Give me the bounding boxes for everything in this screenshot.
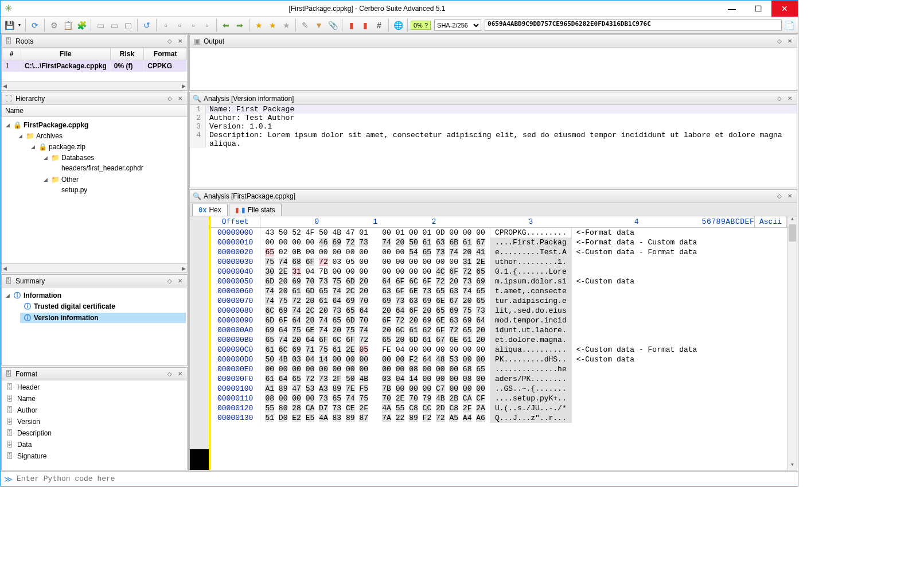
maximize-button[interactable]: ☐ <box>745 1 771 17</box>
windows-icon[interactable]: ▭ <box>108 19 120 32</box>
database-icon: 🗄 <box>5 429 14 438</box>
window-icon[interactable]: ▭ <box>94 19 107 32</box>
copy-icon[interactable]: 📋 <box>61 19 74 32</box>
hash-value[interactable]: 0659A4ABD9C9DD757CE965D6282E0FD4316DB1C9… <box>485 20 782 31</box>
format-list: 🗄Header🗄Name🗄Author🗄Version🗄Description🗄… <box>2 380 187 470</box>
python-input[interactable] <box>17 474 794 483</box>
table-row[interactable]: 1 C:\...\FirstPackage.cppkg 0% (f) CPPKG <box>2 60 187 72</box>
list-item[interactable]: 🗄Description <box>3 427 186 439</box>
list-item[interactable]: 🗄Header <box>3 382 186 393</box>
plugin-icon[interactable]: 🧩 <box>75 19 88 32</box>
globe-icon[interactable]: 🌐 <box>392 19 404 32</box>
save-dropdown-icon[interactable]: ▾ <box>17 19 22 32</box>
tree-databases[interactable]: ◢📁Databases <box>41 153 186 163</box>
list-item[interactable]: 🗄Data <box>3 439 186 450</box>
panel-float-icon[interactable]: ◇ <box>165 370 174 378</box>
folder-icon: 📁 <box>50 153 60 162</box>
summary-trusted[interactable]: ⓘTrusted digital certificate <box>20 301 186 312</box>
hex-view: Offset0123456789ABCDEFAscii0000000043 50… <box>190 216 797 470</box>
output-title: Output <box>204 37 774 45</box>
vscroll[interactable]: ▲ ▼ <box>787 216 797 470</box>
panel-float-icon[interactable]: ◇ <box>165 37 174 45</box>
btn-c-icon[interactable]: ▫ <box>187 19 200 32</box>
hierarchy-icon: ⛶ <box>4 94 13 103</box>
close-button[interactable]: ✕ <box>771 1 798 17</box>
hash-icon[interactable]: # <box>373 19 385 32</box>
roots-panel: 🗄 Roots ◇ ✕ # File Risk Format <box>1 34 188 91</box>
btn-d-icon[interactable]: ▫ <box>201 19 213 32</box>
tree-other[interactable]: ◢📁Other <box>41 174 186 185</box>
analysis-version-panel: 🔍 Analysis [Version information] ◇ ✕ 1Na… <box>189 92 797 188</box>
tree-header-file[interactable]: headers/first_header.cphdr <box>60 164 186 173</box>
lock-icon: 🔒 <box>38 142 47 151</box>
progress-badge[interactable]: 0% ? <box>411 21 431 30</box>
right-column: ▣ Output ◇ ✕ 🔍 Analysis [Version informa… <box>189 34 798 471</box>
copy-hash-icon[interactable]: 📄 <box>783 19 796 32</box>
back-icon[interactable]: ⬅ <box>220 19 232 32</box>
tree-root[interactable]: ◢🔒FirstPackage.cppkg <box>3 120 186 130</box>
panel-close-icon[interactable]: ✕ <box>176 277 185 285</box>
forward-icon[interactable]: ➡ <box>233 19 246 32</box>
minimize-button[interactable]: — <box>719 1 745 17</box>
restore-icon[interactable]: ↺ <box>141 19 153 32</box>
app-icon: ✳ <box>1 1 15 17</box>
hash-algo-select[interactable]: SHA-2/256 <box>434 20 481 31</box>
database-icon: 🗄 <box>5 417 14 426</box>
tree-archives[interactable]: ◢📁Archives <box>15 131 186 141</box>
panel-close-icon[interactable]: ✕ <box>176 95 185 103</box>
tree-package[interactable]: ◢🔒package.zip <box>28 142 186 152</box>
panel-float-icon[interactable]: ◇ <box>775 37 784 45</box>
hex-table[interactable]: Offset0123456789ABCDEFAscii0000000043 50… <box>210 216 787 423</box>
clip-icon[interactable]: 📎 <box>326 19 339 32</box>
star-add-icon[interactable]: ★ <box>266 19 279 32</box>
panel-close-icon[interactable]: ✕ <box>176 37 185 45</box>
name-column[interactable]: Name <box>2 105 187 117</box>
analysis2-title: Analysis [FirstPackage.cppkg] <box>204 192 774 200</box>
btn-a-icon[interactable]: ▫ <box>159 19 172 32</box>
analysis-text[interactable]: 1Name: First Package2Author: Test Author… <box>190 105 797 188</box>
panel-close-icon[interactable]: ✕ <box>176 370 185 378</box>
star-yellow-icon[interactable]: ★ <box>252 19 265 32</box>
list-item[interactable]: 🗄Name <box>3 393 186 404</box>
gear-icon[interactable]: ⚙ <box>48 19 60 32</box>
hierarchy-title: Hierarchy <box>15 95 164 103</box>
panel-float-icon[interactable]: ◇ <box>165 277 174 285</box>
tab-filestats[interactable]: ▮▮File stats <box>229 204 282 216</box>
summary-information[interactable]: ◢ⓘInformation <box>3 290 186 301</box>
col-format[interactable]: Format <box>144 48 187 60</box>
wand-icon[interactable]: ✎ <box>299 19 311 32</box>
col-file[interactable]: File <box>21 48 111 60</box>
mark-b-icon[interactable]: ▮ <box>359 19 372 32</box>
list-item[interactable]: 🗄Signature <box>3 450 186 462</box>
filter-icon[interactable]: ▼ <box>313 19 325 32</box>
tree-setup[interactable]: setup.py <box>60 185 186 195</box>
panel-float-icon[interactable]: ◇ <box>165 95 174 103</box>
panel-float-icon[interactable]: ◇ <box>775 95 784 103</box>
panel-close-icon[interactable]: ✕ <box>785 37 794 45</box>
scroll-up-icon[interactable]: ▲ <box>787 216 797 224</box>
col-risk[interactable]: Risk <box>110 48 144 60</box>
panel-close-icon[interactable]: ✕ <box>785 192 794 200</box>
output-body <box>190 48 797 90</box>
summary-version[interactable]: ⓘVersion information <box>20 313 186 323</box>
panel-close-icon[interactable]: ✕ <box>785 95 794 103</box>
list-item[interactable]: 🗄Version <box>3 416 186 427</box>
hscroll[interactable]: ◀▶ <box>2 81 187 90</box>
scroll-thumb[interactable] <box>789 224 796 242</box>
panel-float-icon[interactable]: ◇ <box>775 192 784 200</box>
layout-icon[interactable]: ▢ <box>122 19 134 32</box>
col-num[interactable]: # <box>2 48 21 60</box>
scroll-down-icon[interactable]: ▼ <box>787 462 797 470</box>
star-grey-icon[interactable]: ★ <box>280 19 293 32</box>
lock-icon: 🔒 <box>13 120 22 130</box>
mark-a-icon[interactable]: ▮ <box>345 19 358 32</box>
summary-panel: 🗄 Summary ◇ ✕ ◢ⓘInformation ⓘTrusted dig… <box>1 274 188 366</box>
database-icon: 🗄 <box>4 37 13 46</box>
btn-b-icon[interactable]: ▫ <box>173 19 186 32</box>
hscroll[interactable]: ◀▶ <box>2 263 187 273</box>
tab-hex[interactable]: 0xHex <box>192 204 228 216</box>
list-item[interactable]: 🗄Author <box>3 404 186 416</box>
database-icon: 🗄 <box>5 452 14 461</box>
refresh-icon[interactable]: ⟳ <box>29 19 41 32</box>
save-icon[interactable]: 💾 <box>3 19 15 32</box>
